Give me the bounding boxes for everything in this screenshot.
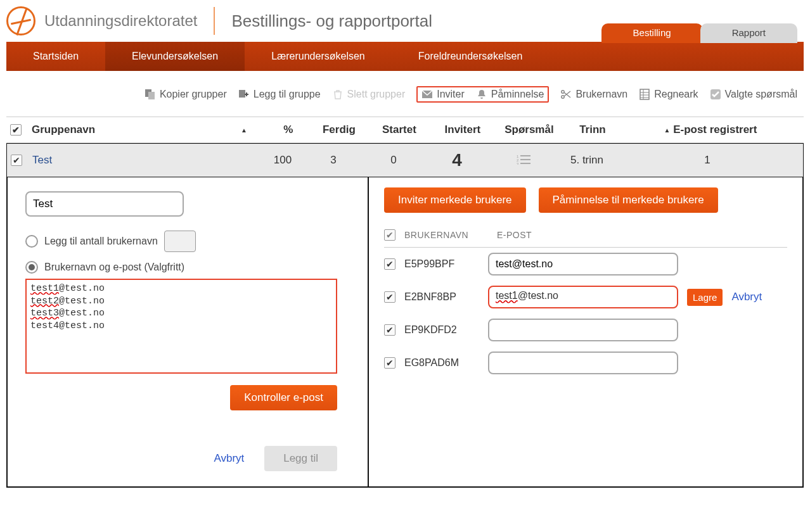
svg-rect-13: [520, 163, 530, 164]
col-epost[interactable]: E-post registrert: [673, 124, 757, 136]
row-epost: 1: [615, 154, 799, 167]
toolbar-valgte-sporsmal[interactable]: Valgte spørsmål: [710, 89, 797, 100]
row-startet: 0: [362, 154, 425, 167]
svg-point-4: [562, 91, 564, 93]
user-row: ✔ E2BNF8BP test1@test.no Lagre Avbryt: [384, 281, 787, 314]
check-icon: [710, 89, 721, 100]
group-row[interactable]: ✔ Test 100 3 0 4 123 5. trinn 1: [6, 143, 804, 177]
invite-selected-button[interactable]: Inviter merkede brukere: [384, 187, 526, 213]
copy-icon: [145, 89, 156, 100]
toolbar-legg-til-gruppe[interactable]: Legg til gruppe: [238, 89, 321, 100]
col-sporsmal[interactable]: Spørsmål: [494, 124, 564, 136]
site-name: Utdanningsdirektoratet: [44, 12, 197, 30]
toolbar-paminnelse[interactable]: Påminnelse: [476, 89, 544, 100]
spreadsheet-icon: [639, 89, 650, 100]
col-invitert[interactable]: Invitert: [431, 124, 494, 136]
tab-bestilling[interactable]: Bestilling: [601, 23, 703, 43]
radio-email-list[interactable]: [25, 261, 38, 274]
user-email-input[interactable]: [488, 352, 678, 374]
bell-icon: [476, 89, 487, 100]
tab-rapport[interactable]: Rapport: [700, 23, 797, 43]
add-group-icon: [238, 89, 250, 100]
user-name: E5P99BPF: [404, 258, 479, 270]
col-brukernavn: BRUKERNAVN: [404, 230, 488, 240]
user-name: EP9KDFD2: [404, 324, 479, 336]
user-checkbox[interactable]: ✔: [384, 324, 395, 336]
portal-title: Bestillings- og rapportportal: [231, 11, 432, 31]
user-row: ✔ EP9KDFD2: [384, 314, 787, 346]
legg-til-button[interactable]: Legg til: [264, 446, 337, 471]
radio-email-list-label: Brukernavn og e-post (Valgfritt): [44, 262, 184, 273]
user-row: ✔ E5P99BPF: [384, 248, 787, 281]
trash-icon: [332, 89, 344, 100]
select-all-checkbox[interactable]: ✔: [10, 124, 22, 136]
nav-startsiden[interactable]: Startsiden: [6, 42, 105, 71]
nav-elevundersokelsen[interactable]: Elevundersøkelsen: [105, 42, 245, 71]
row-checkbox[interactable]: ✔: [11, 155, 22, 166]
user-email-input[interactable]: [488, 253, 678, 276]
user-checkbox[interactable]: ✔: [384, 291, 395, 303]
group-name-input[interactable]: [25, 191, 184, 217]
col-percent[interactable]: %: [266, 124, 311, 136]
col-epost: E-POST: [497, 230, 532, 240]
svg-rect-1: [148, 92, 155, 99]
sort-caret-icon: ▲: [241, 127, 247, 134]
nav-foreldreundersokelsen[interactable]: Foreldreundersøkelsen: [392, 42, 550, 71]
toolbar-brukernavn[interactable]: Brukernavn: [560, 89, 627, 100]
row-questions-icon[interactable]: 123: [489, 153, 558, 168]
radio-add-count-label: Legg til antall brukernavn: [44, 236, 158, 247]
row-ferdig: 3: [305, 154, 362, 167]
row-trinn: 5. trinn: [558, 154, 615, 167]
col-trinn[interactable]: Trinn: [564, 124, 621, 136]
header-separator: [214, 7, 215, 35]
cancel-link[interactable]: Avbryt: [214, 452, 244, 464]
radio-add-count[interactable]: [25, 235, 38, 248]
row-group-name[interactable]: Test: [32, 154, 260, 167]
col-ferdig[interactable]: Ferdig: [311, 124, 368, 136]
logo-icon: [6, 6, 35, 35]
user-name: E2BNF8BP: [404, 291, 479, 303]
toolbar-inviter[interactable]: Inviter: [421, 89, 465, 100]
user-name: EG8PAD6M: [404, 357, 479, 369]
row-percent: 100: [260, 154, 305, 167]
remind-selected-button[interactable]: Påminnelse til merkede brukere: [539, 187, 718, 213]
user-email-input[interactable]: [488, 319, 678, 341]
sort-caret-icon: ▲: [664, 127, 671, 134]
user-checkbox[interactable]: ✔: [384, 357, 395, 369]
select-all-users-checkbox[interactable]: ✔: [384, 229, 395, 241]
email-list-textarea[interactable]: test1@test.no test2@test.no test3@test.n…: [25, 279, 337, 374]
avbryt-link[interactable]: Avbryt: [731, 291, 762, 303]
toolbar-slett-grupper: Slett grupper: [332, 89, 406, 100]
envelope-icon: [421, 89, 433, 100]
svg-rect-6: [640, 89, 649, 99]
kontroller-epost-button[interactable]: Kontroller e-post: [230, 385, 337, 410]
user-checkbox[interactable]: ✔: [384, 258, 395, 270]
toolbar-kopier-grupper[interactable]: Kopier grupper: [145, 89, 227, 100]
toolbar-regneark[interactable]: Regneark: [639, 89, 698, 100]
svg-rect-9: [520, 155, 530, 156]
scissors-icon: [560, 89, 572, 100]
user-count-input[interactable]: [164, 231, 196, 252]
nav-laererundersokelsen[interactable]: Lærerundersøkelsen: [245, 42, 392, 71]
svg-point-5: [562, 96, 564, 98]
toolbar-highlight: Inviter Påminnelse: [416, 86, 549, 103]
user-row: ✔ EG8PAD6M: [384, 346, 787, 379]
lagre-button[interactable]: Lagre: [687, 289, 723, 306]
main-nav: Startsiden Elevundersøkelsen Lærerunders…: [6, 42, 804, 71]
svg-rect-11: [520, 159, 530, 160]
user-email-input[interactable]: [488, 286, 678, 308]
col-startet[interactable]: Startet: [368, 124, 431, 136]
row-invitert: 4: [425, 150, 489, 170]
svg-rect-2: [239, 90, 245, 98]
svg-text:3: 3: [517, 162, 519, 165]
col-gruppenavn[interactable]: Gruppenavn: [32, 124, 95, 136]
